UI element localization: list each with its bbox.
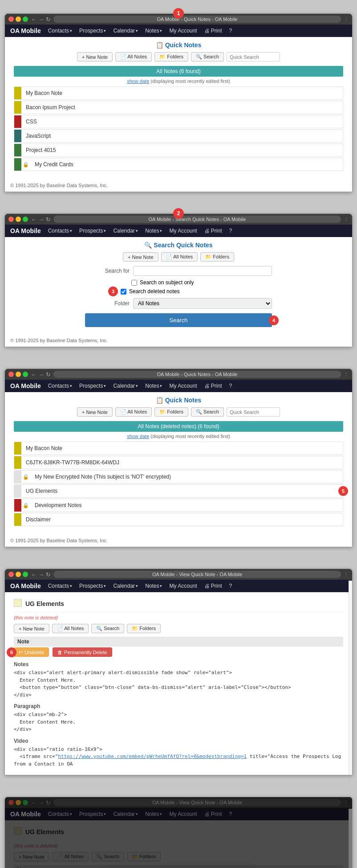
max-btn-2[interactable] (23, 217, 28, 222)
back-btn-3[interactable]: ← (31, 371, 37, 378)
note-row-3[interactable]: CSS (14, 115, 343, 128)
folders-btn-2[interactable]: 📁 Folders (200, 252, 234, 262)
nav-print-4[interactable]: 🖨 Print (204, 583, 222, 589)
nav-myaccount-3[interactable]: My Account (169, 383, 197, 389)
all-notes-btn-2[interactable]: 📄 All Notes (161, 252, 198, 262)
browser-actions-4: ⋮ (344, 572, 349, 577)
forward-btn-2[interactable]: → (38, 216, 44, 223)
note-row-3-4[interactable]: UG Elements 5 (14, 484, 343, 498)
refresh-btn-2[interactable]: ↻ (46, 216, 51, 223)
nav-help-4[interactable]: ? (229, 583, 232, 589)
min-btn[interactable] (16, 16, 21, 22)
nav-prospects-2[interactable]: Prospects ▾ (79, 228, 106, 234)
max-btn-4[interactable] (23, 572, 28, 577)
all-notes-btn-1[interactable]: 📄 All Notes (115, 52, 152, 61)
address-bar-4[interactable]: OA Mobile - View Quick Note - OA Mobile (53, 571, 341, 578)
nav-help-1[interactable]: ? (229, 28, 232, 34)
max-btn-3[interactable] (23, 372, 28, 377)
note-row-3-1[interactable]: My Bacon Note (14, 442, 343, 455)
back-btn-4[interactable]: ← (31, 571, 37, 578)
note-row-6[interactable]: 🔒 My Credit Cards (14, 158, 343, 171)
close-btn[interactable] (8, 16, 14, 22)
note-row-5[interactable]: Project 4015 (14, 143, 343, 157)
forward-btn[interactable]: → (38, 16, 44, 23)
nav-prospects-4[interactable]: Prospects ▾ (79, 583, 106, 589)
nav-prospects-3[interactable]: Prospects ▾ (79, 383, 106, 389)
nav-print-3[interactable]: 🖨 Print (204, 383, 222, 389)
nav-myaccount-2[interactable]: My Account (169, 228, 197, 234)
undelete-btn-4[interactable]: ↩ Undelete (14, 647, 49, 657)
show-date-link-3[interactable]: show date (127, 434, 149, 439)
folders-btn-4[interactable]: 📁 Folders (127, 624, 161, 633)
note-row-3-3[interactable]: 🔒 My New Encrypted Note (This subject is… (14, 470, 343, 483)
forward-btn-4[interactable]: → (38, 571, 44, 578)
nav-notes-2[interactable]: Notes ▾ (145, 228, 162, 234)
nav-myaccount-4[interactable]: My Account (169, 583, 197, 589)
nav-calendar-3[interactable]: Calendar ▾ (113, 383, 138, 389)
youtube-link-4[interactable]: https://www.youtube.com/embed/pWrheUmfAf… (58, 753, 247, 759)
folder-select[interactable]: All Notes (133, 298, 272, 309)
note-row-3-6[interactable]: Disclaimer (14, 513, 343, 526)
search-btn-1[interactable]: 🔍 Search (191, 52, 224, 61)
nav-contacts-1[interactable]: Contacts ▾ (48, 28, 72, 34)
all-notes-btn-3[interactable]: 📄 All Notes (115, 407, 152, 417)
back-btn[interactable]: ← (31, 16, 37, 23)
note-row-4[interactable]: JavaScript (14, 129, 343, 143)
new-note-btn-1[interactable]: + New Note (77, 52, 113, 61)
address-bar-2[interactable]: OA Mobile - Search Quick Notes - OA Mobi… (53, 216, 341, 223)
search-btn-4[interactable]: 🔍 Search (91, 624, 124, 633)
nav-notes-3[interactable]: Notes ▾ (145, 383, 162, 389)
nav-help-3[interactable]: ? (229, 383, 232, 389)
new-note-btn-3[interactable]: + New Note (77, 407, 113, 417)
nav-calendar-4[interactable]: Calendar ▾ (113, 583, 138, 589)
search-btn-3[interactable]: 🔍 Search (191, 407, 224, 417)
show-date-link-1[interactable]: show date (127, 78, 149, 84)
nav-calendar-1[interactable]: Calendar ▾ (113, 28, 138, 34)
checkbox-row-1: Search on subject only (85, 279, 272, 286)
note-row-3-5[interactable]: 🔒 Development Notes (14, 499, 343, 512)
subject-only-checkbox[interactable] (131, 280, 137, 286)
paragraph-section-code-4: <div class="mb-2"> Enter Content Here. <… (14, 711, 343, 733)
note-row-3-2[interactable]: C6JTK-8J8KR-TW77B-RM8DK-64WDJ (14, 456, 343, 469)
min-btn-3[interactable] (16, 372, 21, 377)
back-btn-2[interactable]: ← (31, 216, 37, 223)
nav-prospects-1[interactable]: Prospects ▾ (79, 28, 106, 34)
nav-print-2[interactable]: 🖨 Print (204, 228, 222, 234)
folders-btn-3[interactable]: 📁 Folders (154, 407, 188, 417)
search-deleted-checkbox[interactable] (121, 289, 126, 295)
new-note-btn-2[interactable]: + New Note (123, 252, 158, 262)
new-note-btn-4[interactable]: + New Note (14, 624, 49, 633)
refresh-btn-3[interactable]: ↻ (46, 371, 51, 378)
subject-only-label: Search on subject only (131, 279, 272, 286)
quick-search-input-3[interactable] (227, 407, 280, 417)
permanently-delete-btn-4[interactable]: 🗑 Permanently Delete (53, 647, 112, 657)
nav-contacts-4[interactable]: Contacts ▾ (48, 583, 72, 589)
nav-notes-4[interactable]: Notes ▾ (145, 583, 162, 589)
note-row-2[interactable]: Bacon Ipsum Project (14, 101, 343, 114)
close-btn-3[interactable] (8, 372, 14, 377)
nav-calendar-2[interactable]: Calendar ▾ (113, 228, 138, 234)
search-input-2[interactable] (133, 266, 272, 276)
nav-print-1[interactable]: 🖨 Print (204, 28, 222, 34)
forward-btn-3[interactable]: → (38, 371, 44, 378)
all-notes-btn-4[interactable]: 📄 All Notes (52, 624, 89, 633)
nav-notes-1[interactable]: Notes ▾ (145, 28, 162, 34)
close-btn-2[interactable] (8, 217, 14, 222)
nav-myaccount-1[interactable]: My Account (169, 28, 197, 34)
search-execute-btn[interactable]: Search (85, 313, 272, 327)
close-btn-4[interactable] (8, 572, 14, 577)
address-bar-3[interactable]: OA Mobile - Quick Notes - OA Mobile (53, 371, 341, 378)
scrollbar-4[interactable] (349, 581, 352, 775)
nav-contacts-3[interactable]: Contacts ▾ (48, 383, 72, 389)
folders-btn-1[interactable]: 📁 Folders (154, 52, 188, 61)
refresh-btn-4[interactable]: ↻ (46, 571, 51, 578)
note-row-1[interactable]: My Bacon Note (14, 86, 343, 100)
quick-search-input-1[interactable] (227, 52, 280, 61)
refresh-btn[interactable]: ↻ (46, 16, 51, 23)
min-btn-2[interactable] (16, 217, 21, 222)
nav-contacts-2[interactable]: Contacts ▾ (48, 228, 72, 234)
min-btn-4[interactable] (16, 572, 21, 577)
max-btn[interactable] (23, 16, 28, 22)
nav-help-2[interactable]: ? (229, 228, 232, 234)
address-bar-1[interactable]: OA Mobile - Quick Notes - OA Mobile (53, 16, 341, 23)
